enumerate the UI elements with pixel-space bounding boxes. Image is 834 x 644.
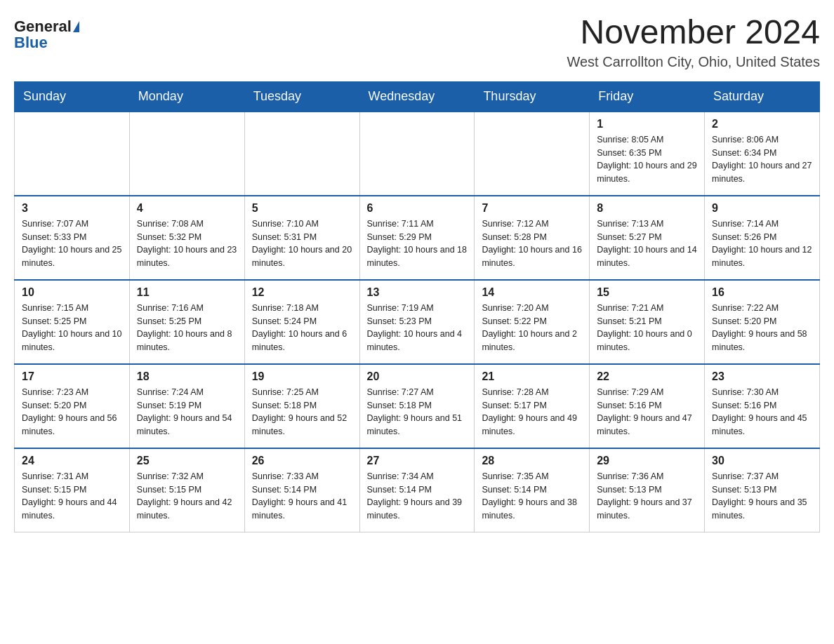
calendar-cell: 24Sunrise: 7:31 AMSunset: 5:15 PMDayligh…: [15, 448, 130, 532]
calendar-cell: 27Sunrise: 7:34 AMSunset: 5:14 PMDayligh…: [359, 448, 475, 532]
calendar-cell: 28Sunrise: 7:35 AMSunset: 5:14 PMDayligh…: [475, 448, 590, 532]
day-number: 30: [712, 455, 812, 467]
day-info: Sunrise: 7:29 AMSunset: 5:16 PMDaylight:…: [597, 386, 697, 438]
day-info: Sunrise: 7:13 AMSunset: 5:27 PMDaylight:…: [597, 217, 697, 270]
day-number: 16: [712, 286, 812, 299]
calendar-cell: 3Sunrise: 7:07 AMSunset: 5:33 PMDaylight…: [15, 196, 130, 280]
day-info: Sunrise: 7:12 AMSunset: 5:28 PMDaylight:…: [482, 217, 582, 270]
day-number: 15: [597, 286, 697, 299]
day-info: Sunrise: 7:21 AMSunset: 5:21 PMDaylight:…: [597, 302, 697, 354]
calendar-table: SundayMondayTuesdayWednesdayThursdayFrid…: [14, 81, 820, 533]
calendar-cell: 21Sunrise: 7:28 AMSunset: 5:17 PMDayligh…: [475, 364, 590, 448]
day-number: 24: [22, 455, 122, 467]
calendar-cell: [359, 112, 475, 196]
day-info: Sunrise: 7:07 AMSunset: 5:33 PMDaylight:…: [22, 217, 122, 270]
calendar-week-1: 1Sunrise: 8:05 AMSunset: 6:35 PMDaylight…: [15, 112, 820, 196]
calendar-cell: 9Sunrise: 7:14 AMSunset: 5:26 PMDaylight…: [705, 196, 820, 280]
day-number: 13: [367, 286, 468, 299]
day-number: 9: [712, 202, 812, 215]
day-number: 5: [252, 202, 352, 215]
day-info: Sunrise: 7:15 AMSunset: 5:25 PMDaylight:…: [22, 302, 122, 354]
calendar-cell: 30Sunrise: 7:37 AMSunset: 5:13 PMDayligh…: [705, 448, 820, 532]
calendar-cell: 15Sunrise: 7:21 AMSunset: 5:21 PMDayligh…: [590, 280, 705, 364]
calendar-cell: 10Sunrise: 7:15 AMSunset: 5:25 PMDayligh…: [15, 280, 130, 364]
day-info: Sunrise: 7:35 AMSunset: 5:14 PMDaylight:…: [482, 470, 582, 523]
day-info: Sunrise: 7:11 AMSunset: 5:29 PMDaylight:…: [367, 217, 468, 270]
day-info: Sunrise: 7:37 AMSunset: 5:13 PMDaylight:…: [712, 470, 812, 523]
day-info: Sunrise: 7:24 AMSunset: 5:19 PMDaylight:…: [137, 386, 237, 438]
calendar-cell: 7Sunrise: 7:12 AMSunset: 5:28 PMDaylight…: [475, 196, 590, 280]
weekday-header-row: SundayMondayTuesdayWednesdayThursdayFrid…: [15, 81, 820, 112]
logo-general: General: [14, 18, 72, 35]
weekday-header-friday: Friday: [590, 81, 705, 112]
day-number: 28: [482, 455, 582, 467]
day-info: Sunrise: 7:28 AMSunset: 5:17 PMDaylight:…: [482, 386, 582, 438]
day-number: 4: [137, 202, 237, 215]
calendar-cell: 29Sunrise: 7:36 AMSunset: 5:13 PMDayligh…: [590, 448, 705, 532]
day-number: 29: [597, 455, 697, 467]
calendar-cell: 1Sunrise: 8:05 AMSunset: 6:35 PMDaylight…: [590, 112, 705, 196]
page-header: General Blue November 2024 West Carrollt…: [14, 14, 820, 70]
day-info: Sunrise: 7:16 AMSunset: 5:25 PMDaylight:…: [137, 302, 237, 354]
day-info: Sunrise: 7:32 AMSunset: 5:15 PMDaylight:…: [137, 470, 237, 523]
day-number: 20: [367, 370, 468, 383]
calendar-cell: 22Sunrise: 7:29 AMSunset: 5:16 PMDayligh…: [590, 364, 705, 448]
day-number: 17: [22, 370, 122, 383]
day-info: Sunrise: 7:22 AMSunset: 5:20 PMDaylight:…: [712, 302, 812, 354]
calendar-cell: [129, 112, 244, 196]
day-info: Sunrise: 7:30 AMSunset: 5:16 PMDaylight:…: [712, 386, 812, 438]
day-info: Sunrise: 8:05 AMSunset: 6:35 PMDaylight:…: [597, 133, 697, 186]
logo-blue: Blue: [14, 34, 48, 52]
calendar-cell: 18Sunrise: 7:24 AMSunset: 5:19 PMDayligh…: [129, 364, 244, 448]
day-info: Sunrise: 8:06 AMSunset: 6:34 PMDaylight:…: [712, 133, 812, 186]
day-number: 3: [22, 202, 122, 215]
calendar-week-4: 17Sunrise: 7:23 AMSunset: 5:20 PMDayligh…: [15, 364, 820, 448]
day-number: 8: [597, 202, 697, 215]
calendar-subtitle: West Carrollton City, Ohio, United State…: [567, 54, 820, 70]
calendar-cell: [15, 112, 130, 196]
day-number: 26: [252, 455, 352, 467]
calendar-cell: [244, 112, 359, 196]
calendar-cell: 13Sunrise: 7:19 AMSunset: 5:23 PMDayligh…: [359, 280, 475, 364]
calendar-cell: 6Sunrise: 7:11 AMSunset: 5:29 PMDaylight…: [359, 196, 475, 280]
day-info: Sunrise: 7:33 AMSunset: 5:14 PMDaylight:…: [252, 470, 352, 523]
calendar-cell: 4Sunrise: 7:08 AMSunset: 5:32 PMDaylight…: [129, 196, 244, 280]
day-number: 6: [367, 202, 468, 215]
day-info: Sunrise: 7:08 AMSunset: 5:32 PMDaylight:…: [137, 217, 237, 270]
day-number: 18: [137, 370, 237, 383]
day-info: Sunrise: 7:19 AMSunset: 5:23 PMDaylight:…: [367, 302, 468, 354]
day-number: 23: [712, 370, 812, 383]
day-number: 2: [712, 118, 812, 130]
logo: General Blue: [14, 18, 79, 52]
calendar-cell: 11Sunrise: 7:16 AMSunset: 5:25 PMDayligh…: [129, 280, 244, 364]
day-info: Sunrise: 7:34 AMSunset: 5:14 PMDaylight:…: [367, 470, 468, 523]
day-info: Sunrise: 7:20 AMSunset: 5:22 PMDaylight:…: [482, 302, 582, 354]
calendar-title: November 2024: [567, 14, 820, 51]
day-number: 19: [252, 370, 352, 383]
calendar-week-3: 10Sunrise: 7:15 AMSunset: 5:25 PMDayligh…: [15, 280, 820, 364]
weekday-header-saturday: Saturday: [705, 81, 820, 112]
day-info: Sunrise: 7:25 AMSunset: 5:18 PMDaylight:…: [252, 386, 352, 438]
calendar-week-2: 3Sunrise: 7:07 AMSunset: 5:33 PMDaylight…: [15, 196, 820, 280]
calendar-week-5: 24Sunrise: 7:31 AMSunset: 5:15 PMDayligh…: [15, 448, 820, 532]
weekday-header-monday: Monday: [129, 81, 244, 112]
weekday-header-wednesday: Wednesday: [359, 81, 475, 112]
title-area: November 2024 West Carrollton City, Ohio…: [567, 14, 820, 70]
day-info: Sunrise: 7:27 AMSunset: 5:18 PMDaylight:…: [367, 386, 468, 438]
calendar-cell: 8Sunrise: 7:13 AMSunset: 5:27 PMDaylight…: [590, 196, 705, 280]
calendar-cell: 25Sunrise: 7:32 AMSunset: 5:15 PMDayligh…: [129, 448, 244, 532]
day-number: 10: [22, 286, 122, 299]
day-number: 1: [597, 118, 697, 130]
calendar-cell: [475, 112, 590, 196]
day-number: 22: [597, 370, 697, 383]
day-info: Sunrise: 7:31 AMSunset: 5:15 PMDaylight:…: [22, 470, 122, 523]
calendar-cell: 20Sunrise: 7:27 AMSunset: 5:18 PMDayligh…: [359, 364, 475, 448]
day-number: 25: [137, 455, 237, 467]
calendar-cell: 19Sunrise: 7:25 AMSunset: 5:18 PMDayligh…: [244, 364, 359, 448]
day-info: Sunrise: 7:18 AMSunset: 5:24 PMDaylight:…: [252, 302, 352, 354]
day-number: 21: [482, 370, 582, 383]
day-number: 14: [482, 286, 582, 299]
calendar-cell: 17Sunrise: 7:23 AMSunset: 5:20 PMDayligh…: [15, 364, 130, 448]
calendar-cell: 23Sunrise: 7:30 AMSunset: 5:16 PMDayligh…: [705, 364, 820, 448]
day-info: Sunrise: 7:14 AMSunset: 5:26 PMDaylight:…: [712, 217, 812, 270]
